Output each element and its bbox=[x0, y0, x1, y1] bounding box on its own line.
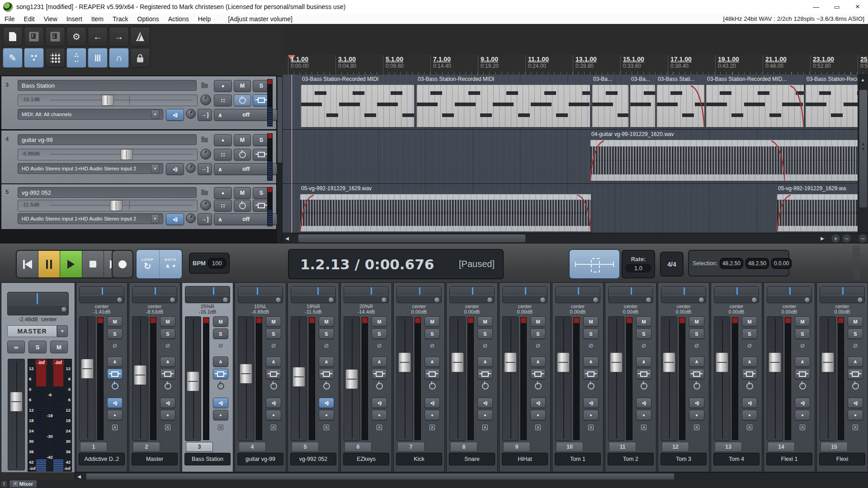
close-button[interactable]: × bbox=[847, 0, 868, 14]
strip-number-tab[interactable]: 12 bbox=[662, 442, 689, 452]
minimize-button[interactable]: — bbox=[806, 0, 826, 14]
strip-number-tab[interactable]: 3 bbox=[186, 442, 213, 452]
strip-fader[interactable] bbox=[238, 316, 254, 441]
strip-automation-button[interactable]: A bbox=[583, 422, 599, 432]
strip-automation-button[interactable]: A bbox=[372, 422, 387, 432]
mixer-strip-6[interactable]: 20%R-14.4dBMS∅∧●))●A6EZkeys bbox=[340, 282, 392, 472]
strip-fader[interactable] bbox=[714, 316, 730, 441]
strip-pan-slider[interactable] bbox=[132, 286, 177, 303]
ruler-cell[interactable]: 21.1.000:48.00 bbox=[763, 55, 810, 75]
selection-start[interactable]: 48.2.50 bbox=[720, 258, 743, 269]
input-selector[interactable]: HD Audio Stereo input 1+HD Audio Stereo … bbox=[18, 213, 163, 224]
strip-number-tab[interactable]: 13 bbox=[715, 442, 742, 452]
strip-phase-button[interactable]: ∅ bbox=[160, 341, 175, 351]
open-project-icon[interactable]: ↑ bbox=[24, 27, 44, 47]
width-knob[interactable] bbox=[381, 297, 387, 303]
strip-record-arm-button[interactable]: ● bbox=[689, 410, 704, 420]
zoom-in-icon[interactable]: + bbox=[831, 234, 840, 243]
strip-phase-button[interactable]: ∅ bbox=[636, 341, 651, 351]
width-knob[interactable] bbox=[487, 297, 493, 303]
strip-number-tab[interactable]: 6 bbox=[344, 442, 372, 452]
routing-button[interactable]: ∷ bbox=[214, 94, 232, 106]
media-item[interactable] bbox=[301, 84, 415, 127]
strip-record-arm-button[interactable]: ● bbox=[107, 410, 123, 420]
fade-curve[interactable] bbox=[790, 85, 804, 127]
strip-pan-slider[interactable] bbox=[714, 286, 759, 303]
strip-number-tab[interactable]: 9 bbox=[503, 442, 530, 452]
scroll-thumb[interactable] bbox=[859, 89, 868, 208]
strip-routing-button[interactable]: ∧ bbox=[213, 357, 228, 367]
pan-knob[interactable] bbox=[200, 200, 211, 211]
strip-record-arm-button[interactable]: ● bbox=[319, 410, 334, 420]
strip-pan-slider[interactable] bbox=[238, 286, 283, 303]
strip-automation-button[interactable]: A bbox=[107, 422, 123, 432]
strip-fader[interactable] bbox=[608, 316, 624, 441]
mixer-strip-5[interactable]: 18%R-11.5dBMS∅∧●))●A5vg-992 052 bbox=[288, 282, 339, 472]
strip-name[interactable]: Addictive D..2 bbox=[79, 453, 125, 465]
strip-phase-button[interactable]: ∅ bbox=[477, 341, 493, 351]
fade-curve[interactable] bbox=[771, 140, 785, 181]
tcp-vertical-scrollbar[interactable] bbox=[277, 75, 283, 243]
menu-insert[interactable]: Insert bbox=[62, 15, 87, 23]
strip-number-tab[interactable]: 4 bbox=[239, 442, 266, 452]
strip-record-arm-button[interactable]: ● bbox=[425, 410, 440, 420]
scroll-thumb[interactable] bbox=[298, 234, 526, 243]
strip-record-arm-button[interactable]: ● bbox=[372, 410, 387, 420]
strip-record-arm-button[interactable]: ● bbox=[266, 410, 281, 420]
envelope-mode-icon[interactable]: ✎ bbox=[3, 48, 23, 68]
width-knob[interactable] bbox=[61, 306, 67, 312]
play-button[interactable] bbox=[60, 251, 82, 277]
time-signature-box[interactable]: 4/4 bbox=[660, 252, 684, 277]
strip-fx-bypass-button[interactable] bbox=[689, 381, 704, 391]
strip-solo-button[interactable]: S bbox=[477, 328, 493, 339]
strip-fader-handle[interactable] bbox=[187, 371, 199, 391]
record-monitor-button[interactable]: ●)) bbox=[166, 109, 184, 121]
strip-number-tab[interactable]: 14 bbox=[768, 442, 795, 452]
strip-name[interactable]: Master bbox=[132, 453, 178, 465]
strip-record-arm-button[interactable]: ● bbox=[583, 410, 599, 420]
strip-routing-button[interactable]: ∧ bbox=[530, 357, 546, 367]
strip-monitor-button[interactable]: ●)) bbox=[530, 398, 546, 408]
width-knob[interactable] bbox=[857, 297, 863, 303]
rate-box[interactable]: Rate: 1.0 bbox=[622, 250, 655, 278]
tab-mixer[interactable]: × Mixer bbox=[9, 480, 37, 488]
strip-monitor-button[interactable]: ●)) bbox=[848, 398, 863, 408]
strip-name[interactable]: Snare bbox=[449, 453, 495, 465]
ruler-cell[interactable]: 17.1.000:38.40 bbox=[668, 55, 715, 75]
strip-name[interactable]: Flexi bbox=[819, 453, 865, 465]
strip-routing-button[interactable]: ∧ bbox=[107, 357, 123, 367]
bpm-value[interactable]: 100 bbox=[208, 258, 226, 268]
selection-end[interactable]: 48.2.50 bbox=[745, 258, 769, 269]
strip-number-tab[interactable]: 15 bbox=[821, 442, 848, 452]
scroll-right-icon[interactable]: ▶ bbox=[819, 235, 826, 242]
strip-fader-handle[interactable] bbox=[557, 352, 570, 372]
strip-name[interactable]: vg-992 052 bbox=[290, 453, 336, 465]
ruler-cell[interactable]: 23.1.000:52.80 bbox=[810, 55, 858, 75]
width-knob[interactable] bbox=[804, 297, 810, 303]
strip-fx-bypass-button[interactable] bbox=[530, 381, 546, 391]
strip-fader[interactable] bbox=[291, 316, 307, 441]
close-icon[interactable]: × bbox=[13, 482, 18, 486]
strip-fx-bypass-button[interactable] bbox=[319, 381, 334, 391]
scroll-up-icon[interactable]: ▲ bbox=[858, 76, 868, 83]
master-solo-button[interactable]: S bbox=[28, 341, 46, 353]
ruler-cell[interactable]: 15.1.000:33.60 bbox=[620, 55, 668, 75]
arrange-horizontal-scrollbar[interactable]: ◀ ▶ + − − bbox=[283, 233, 868, 244]
width-knob[interactable] bbox=[117, 297, 123, 303]
mixer-strip-14[interactable]: center0.00dBMS∅∧●))●A14Flexi 1 bbox=[764, 282, 815, 472]
strip-fader[interactable] bbox=[767, 316, 783, 441]
strip-fader[interactable] bbox=[449, 316, 466, 441]
record-arm-button[interactable]: ● bbox=[214, 80, 232, 92]
strip-solo-button[interactable]: S bbox=[372, 328, 387, 339]
strip-mute-button[interactable]: M bbox=[372, 316, 387, 327]
chevron-down-icon[interactable]: ▼ bbox=[151, 164, 159, 173]
width-knob[interactable] bbox=[593, 297, 599, 303]
maximize-button[interactable]: ▭ bbox=[826, 0, 847, 14]
monitor-knob[interactable] bbox=[186, 109, 196, 119]
strip-fx-bypass-button[interactable] bbox=[477, 381, 493, 391]
record-button[interactable] bbox=[112, 250, 133, 278]
strip-mute-button[interactable]: M bbox=[742, 316, 757, 327]
routing-button[interactable]: ∷ bbox=[214, 200, 232, 211]
global-automation-button[interactable]: AUTO ∧ ▾ bbox=[160, 250, 182, 278]
width-knob[interactable] bbox=[275, 297, 281, 303]
